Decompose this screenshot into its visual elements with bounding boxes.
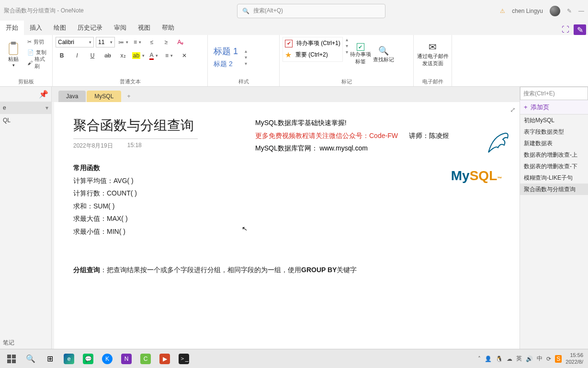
minimize-button[interactable]: — [578, 8, 584, 14]
paste-button[interactable]: 粘贴 ▾ [3, 37, 24, 71]
page-title[interactable]: 聚合函数与分组查询 [73, 116, 198, 139]
indent-button[interactable]: ≥ [160, 37, 172, 47]
titlebar: 聚合函数与分组查询 - OneNote 🔍 搜索(Alt+Q) ⚠ chen L… [0, 0, 588, 22]
sound-icon[interactable]: 🔊 [526, 356, 533, 362]
font-size-select[interactable]: 11 [96, 37, 115, 47]
tab-java[interactable]: Java [58, 91, 86, 102]
italic-button[interactable]: I [71, 50, 83, 61]
search-placeholder: 搜索(Alt+Q) [253, 7, 283, 15]
page-date: 2022年8月19日 [73, 142, 113, 150]
style-heading2[interactable]: 标题 2 [211, 59, 241, 69]
share-icon[interactable]: ✎ [574, 24, 586, 35]
ime-icon[interactable]: 英 [516, 355, 522, 363]
clock[interactable]: 15:56 2022/8/ [565, 352, 583, 365]
tab-draw[interactable]: 绘图 [48, 21, 72, 35]
task-view-button[interactable]: ⊞ [40, 351, 59, 367]
align-button[interactable]: ≡ [163, 50, 175, 61]
find-tags-button[interactable]: 🔍 查找标记 [373, 37, 394, 71]
wechat-app[interactable]: 💬 [79, 351, 98, 367]
fullscreen-icon[interactable]: ⛶ [559, 24, 572, 35]
tag-important[interactable]: ★重要 (Ctrl+2) [285, 50, 340, 59]
sync-icon[interactable]: ⟳ [546, 356, 551, 362]
tab-add[interactable]: + [122, 91, 135, 102]
plus-icon: + [524, 104, 528, 111]
pen-icon[interactable]: ✎ [567, 8, 572, 14]
numbering-button[interactable]: ≡ [131, 37, 144, 47]
font-color-button[interactable]: A [147, 50, 160, 61]
style-more-icon[interactable]: ▾ [245, 61, 247, 66]
pin-icon[interactable]: 📌 [0, 87, 51, 102]
start-button[interactable] [2, 351, 21, 367]
cut-button[interactable]: ✂剪切 [26, 37, 49, 46]
strike-button[interactable]: ab [102, 50, 114, 61]
section-item[interactable]: QL [0, 114, 51, 126]
search-button[interactable]: 🔍 [21, 351, 40, 367]
format-painter-button[interactable]: 🖌格式刷 [26, 58, 49, 68]
style-heading1[interactable]: 标题 1 [211, 45, 241, 58]
system-tray: ˄ 👤 🐧 ☁ 英 🔊 中 ⟳ S 15:56 2022/8/ [478, 352, 586, 365]
kugou-app[interactable]: K [98, 351, 117, 367]
avatar[interactable] [550, 6, 560, 16]
outdent-button[interactable]: ≤ [146, 37, 158, 47]
terminal-app[interactable]: ＞_ [174, 351, 193, 367]
clipboard-icon [7, 41, 20, 56]
ppt-app[interactable]: ▶ [155, 351, 174, 367]
onenote-app[interactable]: N [117, 351, 136, 367]
page-search[interactable]: 搜索(Ctrl+E) [520, 87, 588, 100]
section-heading: 常用函数 [73, 161, 500, 174]
tag-more-icon[interactable]: ▾ [346, 49, 348, 55]
warning-icon[interactable]: ⚠ [500, 8, 505, 14]
page-content[interactable]: 常用函数 计算平均值：AVG( ) 计算行数：COUNT( ) 求和：SUM( … [73, 161, 500, 276]
tab-home[interactable]: 开始 [0, 21, 24, 35]
camtasia-app[interactable]: C [136, 351, 155, 367]
tab-help[interactable]: 帮助 [156, 21, 180, 35]
page-item[interactable]: 数据表的增删改查-上 [520, 149, 588, 161]
font-name-select[interactable]: Calibri [56, 37, 94, 47]
style-up-icon[interactable]: ▴ [245, 48, 247, 54]
tag-todo[interactable]: ✔待办事项 (Ctrl+1) [285, 39, 340, 47]
global-search[interactable]: 🔍 搜索(Alt+Q) [237, 4, 385, 18]
tray-up-icon[interactable]: ˄ [478, 356, 481, 362]
page-item[interactable]: 新建数据表 [520, 138, 588, 149]
tab-view[interactable]: 视图 [132, 21, 156, 35]
tab-history[interactable]: 历史记录 [72, 21, 108, 35]
tab-mysql[interactable]: MySQL [87, 91, 121, 102]
sogou-icon[interactable]: S [555, 355, 562, 363]
bold-button[interactable]: B [56, 50, 68, 61]
todo-tags-button[interactable]: ✔ 待办事项标签 [350, 37, 371, 71]
svg-rect-0 [9, 43, 18, 55]
bullets-button[interactable]: ≔ [117, 37, 129, 47]
edge-app[interactable]: e [59, 351, 79, 367]
subscript-button[interactable]: x₂ [117, 50, 129, 61]
add-page-button[interactable]: +添加页 [520, 100, 588, 115]
page-canvas[interactable]: ⤢ 聚合函数与分组查询 2022年8月19日 15:18 常用函数 计算平均值：… [54, 102, 520, 349]
style-down-icon[interactable]: ▾ [245, 55, 247, 60]
info-line2: 更多免费视频教程请关注微信公众号：Code-FW [255, 132, 398, 139]
underline-button[interactable]: U [86, 50, 99, 61]
group-query-line: 分组查询：把查询结果按一个或多个字段进行分组，相同字段的为一组，使用GROUP … [73, 264, 500, 276]
erase-button[interactable]: ✕ [178, 50, 191, 61]
checkbox-icon: ✔ [357, 43, 364, 51]
tag-up-icon[interactable]: ▴ [346, 37, 348, 42]
email-page-button[interactable]: ✉ 通过电子邮件发送页面 [417, 37, 449, 71]
page-item[interactable]: 初始MySQL [520, 115, 588, 126]
ribbon: 粘贴 ▾ ✂剪切 📄复制 🖌格式刷 剪贴板 Calibri 11 ≔ ≡ ≤ ≥… [0, 35, 588, 87]
ime2-icon[interactable]: 中 [537, 355, 543, 363]
tab-review[interactable]: 审阅 [108, 21, 132, 35]
tab-insert[interactable]: 插入 [24, 21, 48, 35]
qq-icon[interactable]: 🐧 [496, 356, 503, 362]
tag-down-icon[interactable]: ▾ [346, 43, 348, 48]
notes-label[interactable]: 笔记 [3, 339, 14, 347]
page-item[interactable]: 表字段数据类型 [520, 126, 588, 138]
page-item[interactable]: 模糊查询-LIKE子句 [520, 172, 588, 184]
clear-format-button[interactable]: Aᵩ [174, 37, 187, 47]
onedrive-icon[interactable]: ☁ [507, 356, 512, 362]
highlight-button[interactable]: ab [132, 50, 145, 61]
notebook-item[interactable]: e ▾ [0, 102, 51, 114]
page-item[interactable]: 聚合函数与分组查询 [520, 184, 588, 195]
window-title: 聚合函数与分组查询 - OneNote [4, 7, 84, 15]
page-item[interactable]: 数据表的增删改查-下 [520, 161, 588, 172]
expand-icon[interactable]: ⤢ [510, 106, 516, 114]
user-name: chen Lingyu [512, 8, 543, 14]
people-icon[interactable]: 👤 [485, 356, 492, 362]
